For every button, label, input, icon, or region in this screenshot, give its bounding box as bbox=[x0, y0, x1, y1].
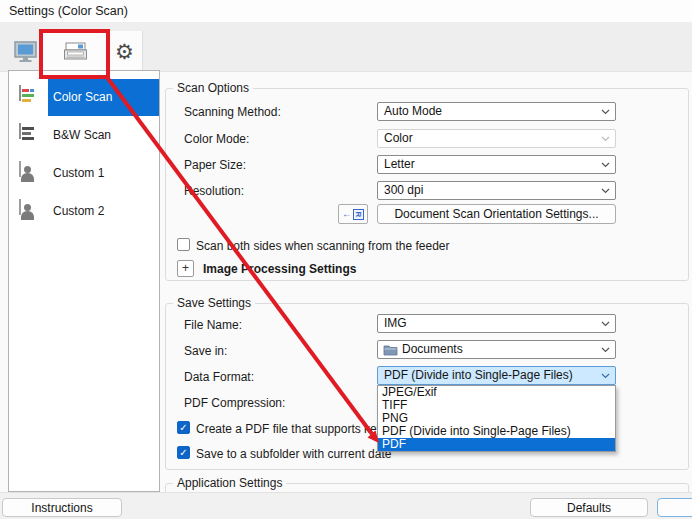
paper-size-value: Letter bbox=[384, 157, 415, 171]
resolution-value: 300 dpi bbox=[384, 183, 423, 197]
group-title: Scan Options bbox=[173, 81, 253, 95]
feeder-both-sides-checkbox[interactable] bbox=[177, 238, 190, 251]
sidebar-item-label: Custom 1 bbox=[53, 166, 104, 180]
data-format-value: PDF (Divide into Single-Page Files) bbox=[384, 368, 573, 382]
document-scan-orientation-label: Document Scan Orientation Settings... bbox=[394, 207, 598, 221]
folder-icon bbox=[383, 344, 398, 359]
gear-icon: ⚙ bbox=[115, 41, 134, 62]
sidebar-item-color-scan[interactable]: Color Scan bbox=[9, 79, 159, 116]
data-format-dropdown-list: JPEG/Exif TIFF PNG PDF (Divide into Sing… bbox=[377, 385, 616, 452]
save-in-value: Documents bbox=[402, 342, 463, 356]
chevron-down-icon bbox=[601, 321, 610, 327]
settings-window: Settings (Color Scan) ⚙ bbox=[0, 0, 692, 519]
color-mode-label: Color Mode: bbox=[184, 132, 249, 146]
pdf-compression-label: PDF Compression: bbox=[184, 396, 285, 410]
chevron-down-icon bbox=[601, 188, 610, 194]
image-processing-label: Image Processing Settings bbox=[203, 262, 356, 276]
color-scan-icon bbox=[19, 86, 41, 109]
scanning-method-label: Scanning Method: bbox=[184, 105, 281, 119]
scanning-method-value: Auto Mode bbox=[384, 104, 442, 118]
dropdown-option-png[interactable]: PNG bbox=[378, 412, 615, 425]
group-title: Application Settings bbox=[173, 476, 286, 490]
color-mode-value: Color bbox=[384, 131, 413, 145]
subfolder-date-label: Save to a subfolder with current date bbox=[196, 447, 391, 461]
footer-bar: Instructions Defaults bbox=[0, 492, 692, 519]
paper-size-select[interactable]: Letter bbox=[377, 155, 616, 174]
orientation-icon-button[interactable]: ← R bbox=[338, 204, 368, 224]
ok-button-cutoff[interactable] bbox=[657, 498, 692, 517]
file-name-label: File Name: bbox=[184, 318, 242, 332]
pdf-keyword-checkbox[interactable]: ✓ bbox=[177, 421, 190, 434]
custom-profile-icon bbox=[19, 162, 41, 185]
paper-size-label: Paper Size: bbox=[184, 158, 246, 172]
checkmark-icon: ✓ bbox=[179, 447, 187, 458]
dropdown-option-tiff[interactable]: TIFF bbox=[378, 399, 615, 412]
monitor-icon bbox=[13, 41, 39, 63]
profile-list: Color Scan B&W Scan Custom 1 Custom 2 bbox=[8, 70, 160, 492]
document-scan-orientation-button[interactable]: Document Scan Orientation Settings... bbox=[377, 204, 616, 224]
group-title: Save Settings bbox=[173, 296, 255, 310]
subfolder-date-checkbox[interactable]: ✓ bbox=[177, 446, 190, 459]
chevron-down-icon bbox=[601, 162, 610, 168]
tab-scanner-selected[interactable] bbox=[43, 31, 107, 72]
instructions-label: Instructions bbox=[31, 501, 92, 515]
toolbar: ⚙ bbox=[0, 22, 692, 72]
checkmark-icon: ✓ bbox=[179, 422, 187, 433]
sidebar-item-label: Custom 2 bbox=[53, 204, 104, 218]
bw-scan-icon bbox=[19, 124, 41, 147]
sidebar-item-label: Color Scan bbox=[53, 90, 112, 104]
dropdown-option-jpeg[interactable]: JPEG/Exif bbox=[378, 386, 615, 399]
custom-profile-icon bbox=[19, 200, 41, 223]
chevron-down-icon bbox=[601, 373, 610, 379]
image-processing-expander[interactable]: + bbox=[177, 260, 194, 277]
chevron-down-icon bbox=[601, 136, 610, 142]
instructions-button[interactable]: Instructions bbox=[2, 498, 122, 517]
window-title: Settings (Color Scan) bbox=[9, 4, 128, 18]
scanner-printer-icon bbox=[62, 39, 89, 65]
sidebar-item-bw-scan[interactable]: B&W Scan bbox=[9, 117, 159, 154]
file-name-value: IMG bbox=[384, 316, 407, 330]
chevron-down-icon bbox=[601, 347, 610, 353]
tab-general-settings[interactable]: ⚙ bbox=[107, 31, 143, 72]
scanning-method-select[interactable]: Auto Mode bbox=[377, 102, 616, 121]
resolution-label: Resolution: bbox=[184, 184, 244, 198]
feeder-both-sides-label: Scan both sides when scanning from the f… bbox=[196, 239, 450, 253]
dropdown-option-pdf-divide[interactable]: PDF (Divide into Single-Page Files) bbox=[378, 425, 615, 438]
save-in-select[interactable]: Documents bbox=[377, 340, 616, 359]
left-arrow-icon: ← bbox=[342, 209, 352, 219]
save-in-label: Save in: bbox=[184, 344, 227, 358]
rotate-r-icon: R bbox=[353, 209, 364, 220]
file-name-input[interactable]: IMG bbox=[377, 314, 616, 333]
chevron-down-icon bbox=[601, 109, 610, 115]
plus-icon: + bbox=[182, 261, 189, 275]
sidebar-item-label: B&W Scan bbox=[53, 128, 111, 142]
defaults-label: Defaults bbox=[567, 501, 611, 515]
dropdown-option-pdf[interactable]: PDF bbox=[378, 438, 615, 451]
color-mode-select[interactable]: Color bbox=[377, 129, 616, 148]
tab-display-scan[interactable] bbox=[8, 31, 43, 72]
sidebar-item-custom-1[interactable]: Custom 1 bbox=[9, 155, 159, 192]
sidebar-item-custom-2[interactable]: Custom 2 bbox=[9, 193, 159, 230]
title-bar: Settings (Color Scan) bbox=[0, 0, 692, 22]
resolution-select[interactable]: 300 dpi bbox=[377, 181, 616, 200]
data-format-select-open[interactable]: PDF (Divide into Single-Page Files) bbox=[377, 366, 616, 385]
defaults-button[interactable]: Defaults bbox=[530, 498, 648, 517]
data-format-label: Data Format: bbox=[184, 370, 254, 384]
